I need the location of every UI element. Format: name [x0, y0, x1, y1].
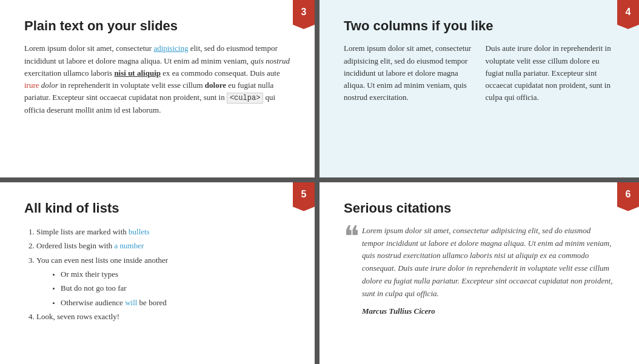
- quote-mark-icon: ❝: [344, 222, 360, 251]
- slide-3-title: Plain text on your slides: [24, 18, 290, 34]
- slide-6: 6 Serious citations ❝ Lorem ipsum dolor …: [319, 182, 639, 365]
- citation-block: ❝ Lorem ipsum dolor sit amet, consectetu…: [344, 225, 615, 317]
- citation-text: Lorem ipsum dolor sit amet, consectetur …: [362, 225, 615, 300]
- two-column-layout: Lorem ipsum dolor sit amet, consectetur …: [344, 42, 615, 104]
- slide-4: 4 Two columns if you like Lorem ipsum do…: [319, 0, 639, 182]
- slide-5-title: All kind of lists: [24, 200, 290, 216]
- citation-author: Marcus Tullius Cicero: [362, 305, 615, 317]
- col-2-text: Duis aute irure dolor in reprehenderit i…: [486, 42, 615, 104]
- col-1-text: Lorem ipsum dolor sit amet, consectetur …: [344, 42, 473, 104]
- adipisicing-link[interactable]: adipisicing: [153, 44, 188, 53]
- slide-badge-4: 4: [617, 0, 639, 29]
- nested-list: Or mix their types But do not go too far…: [61, 267, 290, 309]
- slide-badge-6: 6: [617, 182, 639, 211]
- list-item: You can even nest lists one inside anoth…: [36, 253, 290, 310]
- slide-badge-3: 3: [293, 0, 315, 29]
- slide-3-body: Lorem ipsum dolor sit amet, consectetur …: [24, 42, 290, 116]
- nested-list-item: Otherwise audience will be bored: [61, 296, 290, 309]
- ordered-list: Simple lists are marked with bullets Ord…: [36, 225, 290, 324]
- list-item: Ordered lists begin with a number: [36, 239, 290, 253]
- slide-3: 3 Plain text on your slides Lorem ipsum …: [0, 0, 319, 182]
- slide-badge-5: 5: [293, 182, 315, 211]
- list-item: Simple lists are marked with bullets: [36, 225, 290, 239]
- nested-list-item: But do not go too far: [61, 281, 290, 295]
- nested-list-item: Or mix their types: [61, 267, 290, 281]
- slide-6-title: Serious citations: [344, 200, 615, 216]
- slide-4-title: Two columns if you like: [344, 18, 615, 34]
- slide-grid: 3 Plain text on your slides Lorem ipsum …: [0, 0, 639, 364]
- slide-5: 5 All kind of lists Simple lists are mar…: [0, 182, 319, 365]
- list-item: Look, seven rows exactly!: [36, 309, 290, 323]
